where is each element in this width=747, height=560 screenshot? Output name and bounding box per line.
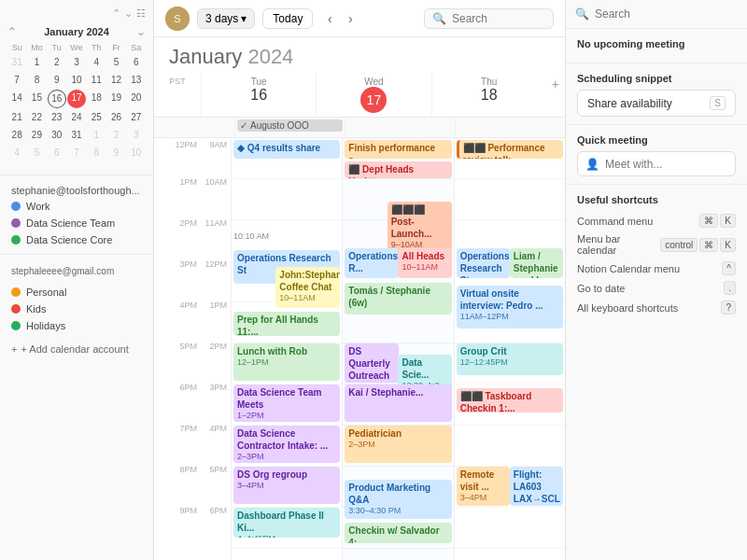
event-coffee-chat[interactable]: John:Stephanie Coffee Chat 10–11AM	[275, 267, 340, 308]
cal-dot-kids	[11, 304, 21, 314]
cal-label-personal: Personal	[26, 287, 66, 298]
event-prep-all-hands[interactable]: Prep for All Hands 11:...	[233, 312, 340, 336]
event-liam-stephanie[interactable]: Liam / Stephanie weekl...	[510, 248, 563, 278]
day-col-tue: ◆ Q4 results share 10:10 AM Operations R…	[231, 138, 342, 560]
cal-item-ds-team[interactable]: Data Science Team	[7, 215, 146, 231]
quick-meeting-title: Quick meeting	[577, 134, 736, 146]
event-lunch-rob[interactable]: Lunch with Rob 12–1PM	[233, 343, 340, 381]
quick-meeting-section: Quick meeting 👤 F	[566, 125, 747, 185]
search-icon: 🔍	[575, 7, 589, 21]
event-ops-research-wed[interactable]: Operations R...	[345, 248, 398, 278]
event-group-crit[interactable]: Group Crit 12–12:45PM	[457, 343, 563, 375]
no-upcoming-meeting-section: No upcoming meeting	[566, 29, 747, 63]
pst-column: 9AM 10AM 11AM 12PM 1PM 2PM 3PM 4PM 5PM 6…	[201, 138, 231, 560]
view-label: 3 days	[205, 12, 238, 25]
mini-nav: ⌃ ⌄ ☷	[0, 7, 153, 25]
next-arrow[interactable]: ›	[341, 9, 359, 28]
event-pediatrician[interactable]: Pediatrician 2–3PM	[345, 426, 451, 463]
day-header-tue: Tue 16	[201, 73, 316, 117]
shortcut-menu-bar-cal: Menu bar calendar control ⌘ K	[577, 231, 736, 259]
year: 2024	[247, 45, 293, 68]
all-day-days: ✓ Augusto OOO	[234, 118, 565, 137]
event-virtual-onsite[interactable]: Virtual onsite interview: Pedro ... 11AM…	[457, 286, 563, 329]
top-bar: S 3 days ▾ Today ‹ › 🔍	[154, 0, 565, 37]
time-column: 12PM 1PM 2PM 3PM 4PM 5PM 6PM 7PM 8PM 9PM	[154, 138, 201, 560]
event-tomas-stephanie[interactable]: Tomás / Stephanie (6w)	[345, 283, 451, 315]
prev-arrow[interactable]: ‹	[320, 9, 339, 28]
add-event-button[interactable]: +	[546, 73, 565, 117]
shortcut-go-to-date: Go to date .	[577, 278, 736, 298]
shortcut-notion-cal-menu: Notion Calendar menu ^	[577, 259, 736, 278]
work-calendars: Work Data Science Team Data Science Core	[0, 198, 153, 248]
right-search-bar[interactable]: 🔍	[566, 0, 747, 29]
no-meeting-title: No upcoming meeting	[577, 38, 736, 49]
event-perf-eval[interactable]: Finish performance e...	[345, 140, 451, 159]
event-perf-review-talk[interactable]: ⬛⬛ Performance review talk	[457, 140, 563, 159]
event-remote-visit[interactable]: Remote visit ... 3–4PM	[457, 467, 510, 506]
shortcut-command-menu: Command menu ⌘ K	[577, 211, 736, 231]
event-checkin-salvador[interactable]: Checkin w/ Salvador 4:...	[345, 523, 451, 543]
share-avail-shortcut: S	[710, 96, 726, 110]
chevron-down-icon: ▾	[241, 12, 247, 25]
shortcut-all-shortcuts: All keyboard shortcuts ?	[577, 298, 736, 317]
cal-item-ds-core[interactable]: Data Science Core	[7, 231, 146, 248]
event-kai-stephanie[interactable]: Kai / Stephanie...	[345, 385, 451, 422]
event-ops-research-thu[interactable]: Operations Research St	[457, 248, 510, 278]
all-day-row: ✓ Augusto OOO	[154, 118, 565, 138]
event-all-heads[interactable]: All Heads 10–11AM	[398, 248, 451, 278]
cal-item-kids[interactable]: Kids	[7, 301, 146, 317]
search-input[interactable]	[452, 12, 545, 25]
event-post-launch[interactable]: ⬛⬛⬛ Post-Launch... 9–10AM	[388, 202, 452, 252]
all-day-tue: ✓ Augusto OOO	[234, 118, 345, 137]
today-button[interactable]: Today	[262, 8, 313, 29]
cal-label-ds-team: Data Science Team	[26, 217, 115, 229]
event-ds-org-regroup[interactable]: DS Org regroup 3–4PM	[233, 467, 340, 504]
cal-item-work[interactable]: Work	[7, 198, 146, 215]
collapse-icon[interactable]: ⌃	[112, 7, 120, 20]
mini-cal-grid: Su Mo Tu We Th Fr Sa 31 1 2 3 4 5 6 7 8 …	[7, 42, 146, 161]
time-gutter-header: PST	[154, 73, 201, 117]
cal-item-holidays[interactable]: Holidays	[7, 317, 146, 334]
event-taskboard-checkin[interactable]: ⬛⬛ Taskboard Checkin 1:...	[457, 388, 563, 413]
all-day-thu	[455, 118, 565, 137]
event-q4-results[interactable]: ◆ Q4 results share	[233, 140, 340, 159]
search-box[interactable]: 🔍	[424, 8, 554, 29]
scheduling-snippet-section: Scheduling snippet Share availability S	[566, 63, 747, 125]
days-grid: ◆ Q4 results share 10:10 AM Operations R…	[231, 138, 565, 560]
view-selector[interactable]: 3 days ▾	[197, 8, 255, 29]
personal-calendars: Personal Kids Holidays	[0, 284, 153, 334]
event-augusto-ooo[interactable]: ✓ Augusto OOO	[237, 119, 343, 132]
sidebar-user: stephanie@toolsforthough...	[0, 179, 153, 198]
share-availability-button[interactable]: Share availability S	[577, 90, 736, 117]
day-header-wed: Wed 17	[316, 73, 430, 117]
cal-dot-personal	[11, 287, 21, 297]
quick-meeting-row[interactable]: 👤 F	[577, 151, 736, 176]
cal-dot-holidays	[11, 321, 21, 330]
day-col-thu: ⬛⬛ Performance review talk Operations Re…	[454, 138, 565, 560]
add-calendar-button[interactable]: + + Add calendar account	[0, 338, 153, 360]
share-avail-label: Share availability	[587, 97, 672, 110]
cal-label-kids: Kids	[26, 303, 46, 315]
event-flight-la603[interactable]: Flight: LA603 LAX→SCL 3PM	[510, 467, 563, 506]
event-product-mktg[interactable]: Product Marketing Q&A 3:30–4:30 PM	[345, 480, 451, 519]
right-panel: 🔍 No upcoming meeting Scheduling snippet…	[565, 0, 747, 560]
event-dashboard-phase[interactable]: Dashboard Phase II Ki... 4–4:45PM	[233, 508, 340, 538]
day-label-su: Su	[7, 42, 26, 53]
quick-meet-input[interactable]	[605, 158, 745, 171]
mini-cal-month: January 2024	[44, 26, 109, 37]
right-search-input[interactable]	[595, 7, 738, 21]
mini-cal-prev[interactable]: ⌃	[7, 25, 17, 38]
grid-icon[interactable]: ☷	[136, 7, 146, 20]
expand-icon[interactable]: ⌄	[124, 7, 133, 20]
sidebar-username: stephanie@toolsforthough...	[11, 185, 142, 196]
mini-cal-next[interactable]: ⌄	[136, 25, 146, 38]
event-ds-contractor[interactable]: Data Science Contractor Intake: ... 2–3P…	[233, 426, 340, 463]
avatar[interactable]: S	[165, 7, 190, 31]
event-ds-team-meets[interactable]: Data Science Team Meets 1–2PM	[233, 385, 340, 422]
cal-label-work: Work	[26, 201, 49, 212]
event-dept-heads[interactable]: ⬛ Dept Heads Update	[345, 161, 451, 178]
nav-arrows: ‹ ›	[320, 9, 359, 28]
event-ds-quarterly[interactable]: DS Quarterly Outreach 12–1PM	[345, 343, 398, 383]
cal-item-personal[interactable]: Personal	[7, 284, 146, 301]
search-icon: 🔍	[432, 12, 446, 25]
